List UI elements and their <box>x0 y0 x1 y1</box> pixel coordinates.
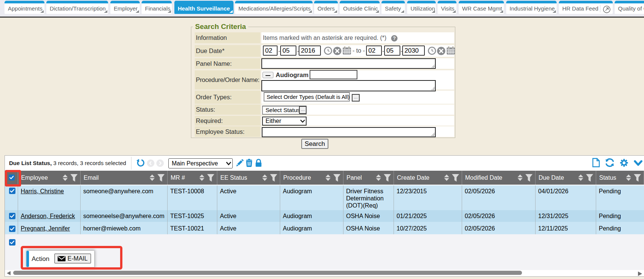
svg-text:?: ? <box>393 35 396 41</box>
